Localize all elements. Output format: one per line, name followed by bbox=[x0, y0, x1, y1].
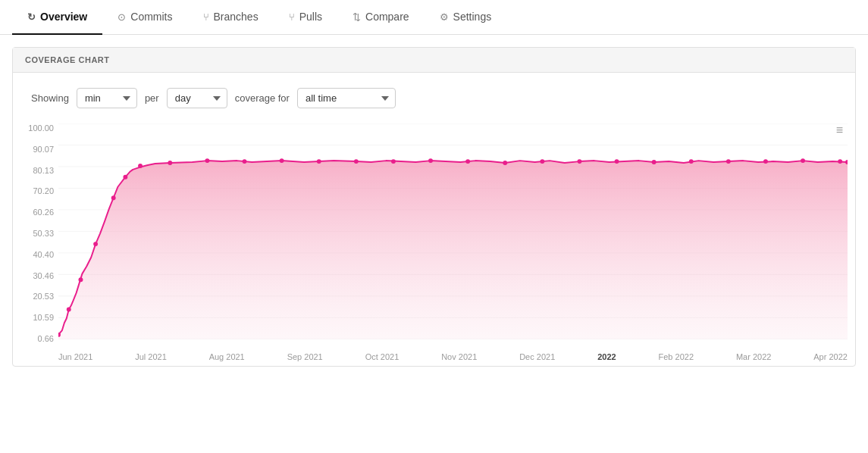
tab-compare[interactable]: ⇅ Compare bbox=[337, 0, 425, 35]
svg-point-32 bbox=[689, 159, 694, 164]
tab-compare-label: Compare bbox=[365, 11, 409, 23]
svg-point-18 bbox=[168, 161, 172, 165]
svg-point-12 bbox=[67, 308, 71, 312]
svg-point-35 bbox=[801, 158, 805, 163]
tab-commits-label: Commits bbox=[130, 11, 172, 23]
settings-icon: ⚙ bbox=[440, 11, 449, 23]
x-label: Sep 2021 bbox=[287, 352, 323, 361]
x-label: Nov 2021 bbox=[441, 352, 477, 361]
x-label: Mar 2022 bbox=[736, 352, 771, 361]
svg-point-28 bbox=[540, 159, 544, 164]
tab-settings[interactable]: ⚙ Settings bbox=[425, 0, 507, 35]
chart-canvas: 100.00 90.07 80.13 70.20 60.26 50.33 40.… bbox=[13, 123, 855, 366]
pulls-icon: ⑂ bbox=[289, 11, 295, 23]
per-select[interactable]: day week month bbox=[167, 88, 227, 108]
x-label: Jun 2021 bbox=[58, 352, 92, 361]
svg-point-23 bbox=[354, 159, 359, 164]
svg-point-27 bbox=[503, 161, 507, 165]
y-label: 70.20 bbox=[33, 186, 54, 195]
svg-point-17 bbox=[138, 164, 143, 168]
y-label: 50.33 bbox=[33, 229, 54, 238]
x-label: Oct 2021 bbox=[365, 352, 400, 361]
y-label: 20.53 bbox=[33, 292, 54, 301]
compare-icon: ⇅ bbox=[353, 11, 361, 23]
coverage-for-select[interactable]: all time last 30 days last 90 days bbox=[297, 88, 396, 108]
chart-menu-icon[interactable]: ≡ bbox=[836, 123, 843, 137]
svg-point-29 bbox=[578, 159, 582, 164]
y-label: 0.66 bbox=[38, 334, 54, 343]
svg-point-36 bbox=[838, 159, 842, 164]
x-label: Aug 2021 bbox=[209, 352, 245, 361]
y-axis: 100.00 90.07 80.13 70.20 60.26 50.33 40.… bbox=[20, 123, 58, 343]
chart-svg bbox=[58, 123, 848, 339]
y-label: 60.26 bbox=[33, 208, 54, 217]
svg-point-26 bbox=[465, 159, 470, 164]
showing-select[interactable]: min max avg bbox=[77, 88, 137, 108]
coverage-for-label: coverage for bbox=[235, 92, 290, 104]
y-label: 90.07 bbox=[33, 145, 54, 154]
nav-tabs: ↻ Overview ⊙ Commits ⑂ Branches ⑂ Pulls … bbox=[0, 0, 868, 35]
svg-point-14 bbox=[93, 242, 98, 246]
x-label: Feb 2022 bbox=[659, 352, 694, 361]
svg-point-16 bbox=[123, 175, 127, 180]
svg-point-31 bbox=[652, 160, 656, 164]
svg-point-30 bbox=[615, 159, 619, 164]
overview-icon: ↻ bbox=[27, 11, 36, 23]
x-label bold: 2022 bbox=[597, 352, 616, 361]
showing-label: Showing bbox=[31, 92, 69, 104]
svg-point-15 bbox=[111, 195, 116, 200]
svg-point-33 bbox=[726, 159, 731, 164]
commits-icon: ⊙ bbox=[118, 11, 126, 23]
svg-point-20 bbox=[243, 159, 247, 164]
tab-branches[interactable]: ⑂ Branches bbox=[188, 0, 274, 35]
tab-commits[interactable]: ⊙ Commits bbox=[102, 0, 187, 35]
svg-point-24 bbox=[391, 159, 396, 164]
tab-overview-label: Overview bbox=[40, 11, 87, 23]
svg-point-25 bbox=[428, 158, 433, 163]
coverage-chart-section: COVERAGE CHART Showing min max avg per d… bbox=[12, 47, 856, 367]
svg-point-34 bbox=[763, 159, 768, 164]
svg-point-19 bbox=[205, 158, 209, 163]
x-label: Jul 2021 bbox=[135, 352, 167, 361]
svg-point-21 bbox=[280, 158, 284, 163]
x-label: Dec 2021 bbox=[519, 352, 555, 361]
tab-settings-label: Settings bbox=[453, 11, 492, 23]
tab-branches-label: Branches bbox=[214, 11, 259, 23]
chart-title: COVERAGE CHART bbox=[25, 55, 110, 64]
chart-controls: Showing min max avg per day week month c… bbox=[13, 73, 855, 116]
y-label: 100.00 bbox=[28, 123, 54, 133]
chart-body: ≡ 100.00 90.07 80.13 70.20 60.26 50.33 4… bbox=[13, 116, 855, 366]
per-label: per bbox=[145, 92, 159, 104]
x-label: Apr 2022 bbox=[813, 352, 848, 361]
x-axis: Jun 2021 Jul 2021 Aug 2021 Sep 2021 Oct … bbox=[58, 348, 848, 366]
branches-icon: ⑂ bbox=[203, 11, 209, 23]
y-label: 10.59 bbox=[33, 313, 54, 322]
chart-header: COVERAGE CHART bbox=[13, 48, 855, 73]
y-label: 30.46 bbox=[33, 271, 54, 280]
tab-overview[interactable]: ↻ Overview bbox=[12, 0, 102, 35]
tab-pulls[interactable]: ⑂ Pulls bbox=[274, 0, 337, 35]
y-label: 80.13 bbox=[33, 166, 54, 175]
svg-point-22 bbox=[317, 159, 321, 164]
y-label: 40.40 bbox=[33, 250, 54, 259]
svg-point-13 bbox=[79, 277, 83, 282]
tab-pulls-label: Pulls bbox=[299, 11, 322, 23]
